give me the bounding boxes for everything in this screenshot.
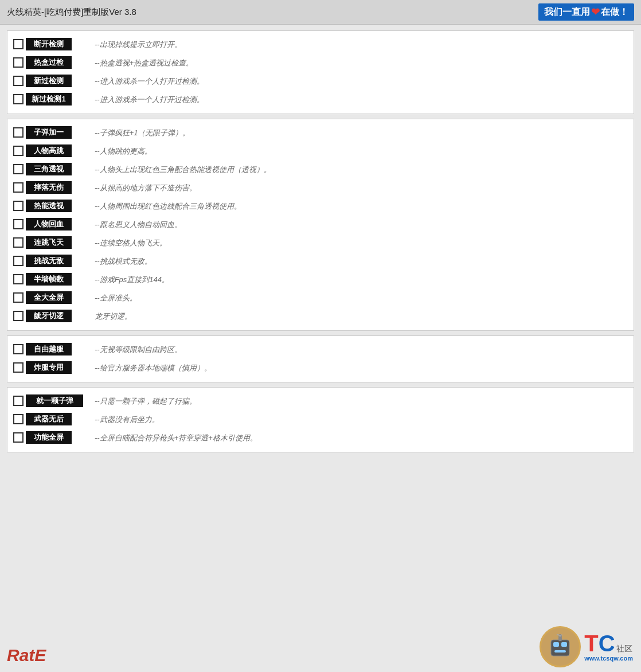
feature-name-5: 子弹加一 [26, 126, 72, 139]
feature-desc-10: --跟名思义人物自动回血。 [88, 218, 628, 230]
feature-name-14: 全大全屏 [26, 291, 72, 304]
feature-checkbox-4[interactable]: 新过检测1 [13, 93, 88, 106]
feature-checkbox-10[interactable]: 人物回血 [13, 218, 88, 230]
feature-checkbox-17[interactable]: 炸服专用 [13, 361, 88, 374]
main-content: 断开检测 --出现掉线提示立即打开。 热盒过检 --热盒透视+热盒透视过检查。 … [0, 25, 641, 463]
feature-name-15: 龇牙切逻 [26, 310, 72, 322]
checkbox-5[interactable] [13, 127, 24, 138]
section-detection: 断开检测 --出现掉线提示立即打开。 热盒过检 --热盒透视+热盒透视过检查。 … [7, 30, 634, 114]
table-row: 功能全屏 --全屏自瞄配合符异枪头+符章穿透+格木引使用。 [13, 429, 628, 447]
feature-checkbox-3[interactable]: 新过检测 [13, 75, 88, 87]
table-row: 武器无后 --武器没有后坐力。 [13, 411, 628, 429]
feature-checkbox-14[interactable]: 全大全屏 [13, 291, 88, 304]
table-row: 断开检测 --出现掉线提示立即打开。 [13, 36, 628, 54]
section-server: 自由越服 --无视等级限制自由跨区。 炸服专用 --给官方服务器本地端模（慎用）… [7, 335, 634, 382]
checkbox-8[interactable] [13, 182, 24, 193]
feature-desc-13: --游戏Fps直接到144。 [88, 273, 628, 285]
feature-name-2: 热盒过检 [26, 56, 72, 69]
table-row: 新过检测1 --进入游戏杀一个人打开过检测。 [13, 91, 628, 109]
checkbox-12[interactable] [13, 256, 24, 266]
feature-checkbox-6[interactable]: 人物高跳 [13, 144, 88, 157]
checkbox-6[interactable] [13, 146, 24, 156]
checkbox-18[interactable] [13, 396, 24, 406]
svg-rect-1 [553, 642, 559, 647]
feature-desc-12: --挑战模式无敌。 [88, 255, 628, 267]
table-row: 就一颗子弹 --只需一颗子弹，磁起了行骗。 [13, 392, 628, 411]
checkbox-9[interactable] [13, 201, 24, 211]
feature-checkbox-12[interactable]: 挑战无敌 [13, 255, 88, 267]
feature-name-10: 人物回血 [26, 218, 72, 230]
feature-checkbox-9[interactable]: 热能透视 [13, 200, 88, 212]
section-features: 子弹加一 --子弹疯狂+1（无限子弹）。 人物高跳 --人物跳的更高。 三角透视… [7, 119, 634, 331]
robot-icon [540, 626, 581, 667]
feature-name-19: 武器无后 [26, 413, 72, 425]
feature-checkbox-13[interactable]: 半墙帧数 [13, 273, 88, 286]
feature-desc-20: --全屏自瞄配合符异枪头+符章穿透+格木引使用。 [88, 431, 628, 443]
feature-desc-16: --无视等级限制自由跨区。 [88, 343, 628, 355]
feature-desc-1: --出现掉线提示立即打开。 [88, 38, 628, 50]
checkbox-13[interactable] [13, 274, 24, 284]
feature-checkbox-8[interactable]: 摔落无伤 [13, 181, 88, 194]
feature-checkbox-7[interactable]: 三角透视 [13, 163, 88, 175]
checkbox-14[interactable] [13, 292, 24, 303]
checkbox-20[interactable] [13, 432, 24, 443]
feature-name-3: 新过检测 [26, 75, 72, 87]
feature-desc-8: --从很高的地方落下不造伤害。 [88, 181, 628, 193]
robot-svg [545, 632, 575, 662]
feature-checkbox-5[interactable]: 子弹加一 [13, 126, 88, 139]
checkbox-15[interactable] [13, 311, 24, 321]
feature-desc-11: --连续空格人物飞天。 [88, 236, 628, 248]
checkbox-7[interactable] [13, 164, 24, 174]
checkbox-4[interactable] [13, 94, 24, 104]
feature-checkbox-11[interactable]: 连跳飞天 [13, 236, 88, 249]
feature-name-9: 热能透视 [26, 200, 72, 212]
table-row: 人物高跳 --人物跳的更高。 [13, 142, 628, 161]
checkbox-19[interactable] [13, 414, 24, 424]
feature-desc-15: 龙牙切逻。 [88, 310, 628, 322]
checkbox-16[interactable] [13, 344, 24, 354]
feature-desc-14: --全屏准头。 [88, 291, 628, 303]
feature-checkbox-2[interactable]: 热盒过检 [13, 56, 88, 69]
table-row: 新过检测 --进入游戏杀一个人打开过检测。 [13, 72, 628, 91]
feature-desc-3: --进入游戏杀一个人打开过检测。 [88, 75, 628, 87]
feature-name-20: 功能全屏 [26, 431, 72, 444]
feature-name-12: 挑战无敌 [26, 255, 72, 267]
feature-name-11: 连跳飞天 [26, 236, 72, 249]
feature-checkbox-16[interactable]: 自由越服 [13, 343, 88, 355]
svg-rect-0 [551, 640, 569, 656]
feature-checkbox-1[interactable]: 断开检测 [13, 38, 88, 50]
tc-community-label: 社区 [616, 644, 632, 654]
feature-name-18: 就一颗子弹 [26, 394, 83, 407]
section-extra: 就一颗子弹 --只需一颗子弹，磁起了行骗。 武器无后 --武器没有后坐力。 功能… [7, 387, 634, 452]
checkbox-2[interactable] [13, 57, 24, 68]
table-row: 摔落无伤 --从很高的地方落下不造伤害。 [13, 179, 628, 197]
feature-name-7: 三角透视 [26, 163, 72, 175]
checkbox-11[interactable] [13, 237, 24, 248]
table-row: 热盒过检 --热盒透视+热盒透视过检查。 [13, 54, 628, 72]
feature-checkbox-15[interactable]: 龇牙切逻 [13, 310, 88, 322]
app-window: 火线精英-[吃鸡付费]重制版Ver 3.8 我们一直用 ❤ 在做！ 断开检测 -… [0, 0, 641, 672]
checkbox-1[interactable] [13, 39, 24, 49]
tc-website: www.tcsqw.com [584, 655, 633, 662]
feature-name-4: 新过检测1 [26, 93, 72, 106]
feature-desc-17: --给官方服务器本地端模（慎用）。 [88, 361, 628, 373]
feature-checkbox-19[interactable]: 武器无后 [13, 413, 88, 425]
table-row: 子弹加一 --子弹疯狂+1（无限子弹）。 [13, 124, 628, 142]
table-row: 挑战无敌 --挑战模式无敌。 [13, 252, 628, 271]
feature-name-13: 半墙帧数 [26, 273, 72, 286]
feature-desc-6: --人物跳的更高。 [88, 144, 628, 157]
table-row: 热能透视 --人物周围出现红色边线配合三角透视使用。 [13, 197, 628, 216]
tc-c-letter: C [599, 632, 615, 655]
feature-name-16: 自由越服 [26, 343, 72, 355]
checkbox-10[interactable] [13, 219, 24, 229]
feature-checkbox-18[interactable]: 就一颗子弹 [13, 394, 88, 407]
feature-name-6: 人物高跳 [26, 144, 72, 157]
checkbox-17[interactable] [13, 362, 24, 373]
feature-checkbox-20[interactable]: 功能全屏 [13, 431, 88, 444]
tc-letters: T C 社区 [584, 632, 632, 655]
table-row: 自由越服 --无视等级限制自由跨区。 [13, 341, 628, 359]
rate-label: RatE [7, 646, 46, 665]
tc-text-area: T C 社区 www.tcsqw.com [584, 632, 633, 662]
checkbox-3[interactable] [13, 76, 24, 86]
table-row: 连跳飞天 --连续空格人物飞天。 [13, 234, 628, 252]
